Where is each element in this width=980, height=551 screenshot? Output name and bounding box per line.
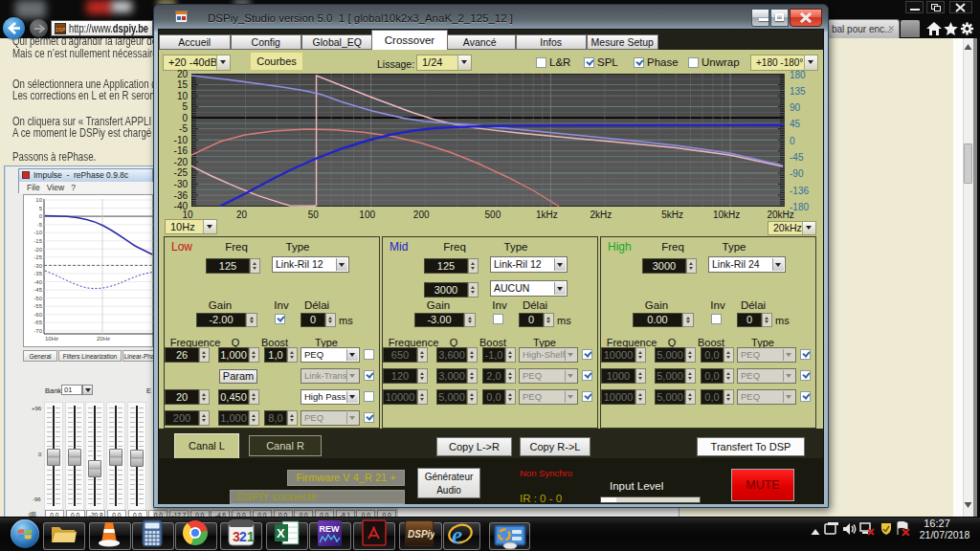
svg-text:-15: -15 bbox=[33, 238, 42, 244]
svg-text:1: 1 bbox=[247, 529, 255, 544]
svg-text:-40: -40 bbox=[33, 279, 42, 285]
svg-text:-35: -35 bbox=[33, 271, 42, 276]
svg-text:10Hz: 10Hz bbox=[45, 336, 58, 342]
svg-text:5: 5 bbox=[39, 206, 43, 211]
svg-text:-30: -30 bbox=[33, 263, 42, 269]
svg-text:20Hz: 20Hz bbox=[97, 336, 110, 342]
svg-text:DSPiy: DSPiy bbox=[408, 529, 434, 540]
svg-text:-25: -25 bbox=[33, 254, 42, 260]
svg-text:-60: -60 bbox=[33, 312, 42, 318]
svg-text:-5: -5 bbox=[37, 222, 43, 228]
svg-text:-20: -20 bbox=[33, 247, 42, 253]
svg-text:-70: -70 bbox=[33, 328, 42, 334]
svg-text:X: X bbox=[277, 526, 285, 540]
svg-text:e: e bbox=[452, 522, 462, 548]
svg-text:-55: -55 bbox=[33, 303, 42, 309]
svg-text:REW: REW bbox=[320, 524, 341, 534]
svg-text:2: 2 bbox=[239, 529, 247, 544]
svg-text:-50: -50 bbox=[33, 296, 42, 301]
svg-text:10: 10 bbox=[35, 197, 42, 203]
svg-text:-10: -10 bbox=[33, 230, 42, 235]
svg-text:-45: -45 bbox=[33, 287, 42, 293]
svg-text:0: 0 bbox=[39, 213, 43, 219]
svg-text:-65: -65 bbox=[33, 320, 42, 325]
